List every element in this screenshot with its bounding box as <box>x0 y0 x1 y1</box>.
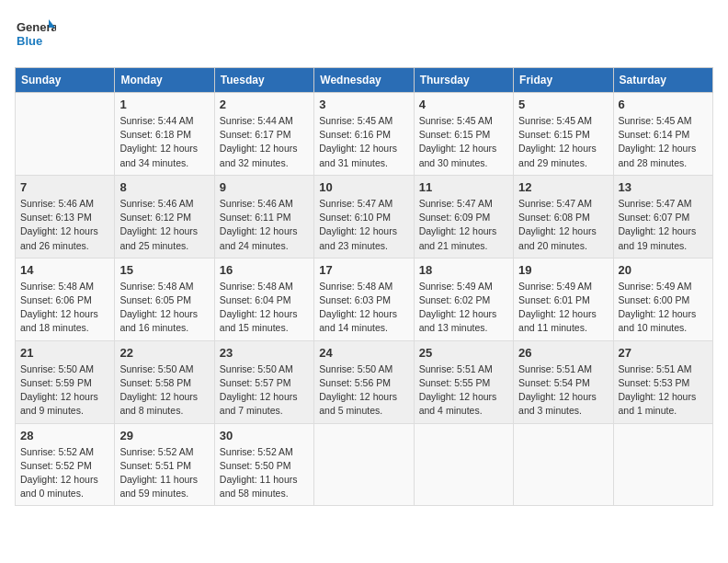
calendar-cell: 1Sunrise: 5:44 AM Sunset: 6:18 PM Daylig… <box>115 93 214 176</box>
calendar-cell: 11Sunrise: 5:47 AM Sunset: 6:09 PM Dayli… <box>414 175 513 258</box>
day-number: 25 <box>419 346 508 360</box>
calendar-cell: 4Sunrise: 5:45 AM Sunset: 6:15 PM Daylig… <box>414 93 513 176</box>
day-number: 5 <box>518 98 608 111</box>
calendar-cell: 25Sunrise: 5:51 AM Sunset: 5:55 PM Dayli… <box>414 340 513 423</box>
calendar-cell: 24Sunrise: 5:50 AM Sunset: 5:56 PM Dayli… <box>314 340 414 423</box>
day-info: Sunrise: 5:48 AM Sunset: 6:05 PM Dayligh… <box>119 280 209 336</box>
calendar-cell: 2Sunrise: 5:44 AM Sunset: 6:17 PM Daylig… <box>214 93 313 176</box>
calendar-cell: 19Sunrise: 5:49 AM Sunset: 6:01 PM Dayli… <box>514 258 613 340</box>
day-info: Sunrise: 5:48 AM Sunset: 6:03 PM Dayligh… <box>319 280 408 336</box>
day-info: Sunrise: 5:50 AM Sunset: 5:56 PM Dayligh… <box>319 362 408 419</box>
calendar-cell: 23Sunrise: 5:50 AM Sunset: 5:57 PM Dayli… <box>214 340 313 423</box>
day-number: 11 <box>419 180 508 194</box>
calendar-cell: 13Sunrise: 5:47 AM Sunset: 6:07 PM Dayli… <box>613 175 712 258</box>
day-info: Sunrise: 5:44 AM Sunset: 6:18 PM Dayligh… <box>119 114 209 170</box>
day-number: 23 <box>220 346 309 360</box>
day-number: 12 <box>518 180 608 194</box>
day-number: 17 <box>319 263 408 277</box>
weekday-header-friday: Friday <box>514 68 613 93</box>
day-info: Sunrise: 5:50 AM Sunset: 5:57 PM Dayligh… <box>220 362 309 419</box>
weekday-header-thursday: Thursday <box>414 68 513 93</box>
calendar-cell: 3Sunrise: 5:45 AM Sunset: 6:16 PM Daylig… <box>314 93 414 176</box>
header-row: SundayMondayTuesdayWednesdayThursdayFrid… <box>16 68 713 93</box>
calendar-cell: 28Sunrise: 5:52 AM Sunset: 5:52 PM Dayli… <box>16 423 115 506</box>
calendar-header: SundayMondayTuesdayWednesdayThursdayFrid… <box>16 68 713 93</box>
day-number: 21 <box>20 346 109 360</box>
calendar-cell <box>613 423 712 506</box>
calendar-cell <box>514 423 613 506</box>
day-info: Sunrise: 5:47 AM Sunset: 6:07 PM Dayligh… <box>619 197 708 253</box>
calendar-cell: 7Sunrise: 5:46 AM Sunset: 6:13 PM Daylig… <box>16 175 115 258</box>
day-number: 10 <box>319 180 408 194</box>
calendar-cell: 8Sunrise: 5:46 AM Sunset: 6:12 PM Daylig… <box>115 175 214 258</box>
day-info: Sunrise: 5:45 AM Sunset: 6:15 PM Dayligh… <box>518 114 608 170</box>
day-number: 15 <box>119 263 209 277</box>
calendar-cell: 26Sunrise: 5:51 AM Sunset: 5:54 PM Dayli… <box>514 340 613 423</box>
day-number: 14 <box>20 263 109 277</box>
calendar-cell: 30Sunrise: 5:52 AM Sunset: 5:50 PM Dayli… <box>214 423 313 506</box>
day-number: 28 <box>20 429 109 442</box>
day-info: Sunrise: 5:52 AM Sunset: 5:50 PM Dayligh… <box>220 445 309 501</box>
calendar-cell: 17Sunrise: 5:48 AM Sunset: 6:03 PM Dayli… <box>314 258 414 340</box>
calendar-cell: 12Sunrise: 5:47 AM Sunset: 6:08 PM Dayli… <box>514 175 613 258</box>
calendar-cell: 14Sunrise: 5:48 AM Sunset: 6:06 PM Dayli… <box>16 258 115 340</box>
weekday-header-wednesday: Wednesday <box>314 68 414 93</box>
day-number: 20 <box>619 263 708 277</box>
calendar-cell: 27Sunrise: 5:51 AM Sunset: 5:53 PM Dayli… <box>613 340 712 423</box>
day-info: Sunrise: 5:49 AM Sunset: 6:01 PM Dayligh… <box>518 280 608 336</box>
calendar-cell: 22Sunrise: 5:50 AM Sunset: 5:58 PM Dayli… <box>115 340 214 423</box>
weekday-header-saturday: Saturday <box>613 68 712 93</box>
day-info: Sunrise: 5:46 AM Sunset: 6:11 PM Dayligh… <box>220 197 309 253</box>
calendar-table: SundayMondayTuesdayWednesdayThursdayFrid… <box>15 67 713 506</box>
day-number: 13 <box>619 180 708 194</box>
calendar-cell <box>414 423 513 506</box>
weekday-header-sunday: Sunday <box>16 68 115 93</box>
day-info: Sunrise: 5:45 AM Sunset: 6:15 PM Dayligh… <box>419 114 508 170</box>
day-info: Sunrise: 5:45 AM Sunset: 6:16 PM Dayligh… <box>319 114 408 170</box>
calendar-week-4: 21Sunrise: 5:50 AM Sunset: 5:59 PM Dayli… <box>16 340 713 423</box>
calendar-cell: 6Sunrise: 5:45 AM Sunset: 6:14 PM Daylig… <box>613 93 712 176</box>
day-info: Sunrise: 5:50 AM Sunset: 5:58 PM Dayligh… <box>119 362 209 419</box>
day-info: Sunrise: 5:45 AM Sunset: 6:14 PM Dayligh… <box>619 114 708 170</box>
day-number: 3 <box>319 98 408 111</box>
day-number: 8 <box>119 180 209 194</box>
calendar-cell: 5Sunrise: 5:45 AM Sunset: 6:15 PM Daylig… <box>514 93 613 176</box>
svg-text:Blue: Blue <box>17 34 42 48</box>
day-info: Sunrise: 5:47 AM Sunset: 6:10 PM Dayligh… <box>319 197 408 253</box>
day-number: 27 <box>619 346 708 360</box>
day-info: Sunrise: 5:51 AM Sunset: 5:55 PM Dayligh… <box>419 362 508 419</box>
logo: General Blue <box>15 15 56 56</box>
calendar-cell: 20Sunrise: 5:49 AM Sunset: 6:00 PM Dayli… <box>613 258 712 340</box>
day-info: Sunrise: 5:49 AM Sunset: 6:02 PM Dayligh… <box>419 280 508 336</box>
day-number: 30 <box>220 429 309 442</box>
calendar-cell: 16Sunrise: 5:48 AM Sunset: 6:04 PM Dayli… <box>214 258 313 340</box>
day-info: Sunrise: 5:47 AM Sunset: 6:08 PM Dayligh… <box>518 197 608 253</box>
page-header: General Blue <box>15 15 713 56</box>
day-info: Sunrise: 5:46 AM Sunset: 6:13 PM Dayligh… <box>20 197 109 253</box>
calendar-week-1: 1Sunrise: 5:44 AM Sunset: 6:18 PM Daylig… <box>16 93 713 176</box>
day-number: 24 <box>319 346 408 360</box>
calendar-cell: 29Sunrise: 5:52 AM Sunset: 5:51 PM Dayli… <box>115 423 214 506</box>
calendar-cell: 18Sunrise: 5:49 AM Sunset: 6:02 PM Dayli… <box>414 258 513 340</box>
calendar-cell <box>16 93 115 176</box>
calendar-cell <box>314 423 414 506</box>
day-info: Sunrise: 5:51 AM Sunset: 5:54 PM Dayligh… <box>518 362 608 419</box>
day-info: Sunrise: 5:48 AM Sunset: 6:06 PM Dayligh… <box>20 280 109 336</box>
day-number: 7 <box>20 180 109 194</box>
day-number: 26 <box>518 346 608 360</box>
day-number: 2 <box>220 98 309 111</box>
day-number: 1 <box>119 98 209 111</box>
day-number: 19 <box>518 263 608 277</box>
weekday-header-tuesday: Tuesday <box>214 68 313 93</box>
day-number: 18 <box>419 263 508 277</box>
calendar-week-3: 14Sunrise: 5:48 AM Sunset: 6:06 PM Dayli… <box>16 258 713 340</box>
day-number: 29 <box>119 429 209 442</box>
day-info: Sunrise: 5:46 AM Sunset: 6:12 PM Dayligh… <box>119 197 209 253</box>
day-number: 9 <box>220 180 309 194</box>
day-info: Sunrise: 5:52 AM Sunset: 5:52 PM Dayligh… <box>20 445 109 501</box>
calendar-week-2: 7Sunrise: 5:46 AM Sunset: 6:13 PM Daylig… <box>16 175 713 258</box>
calendar-cell: 10Sunrise: 5:47 AM Sunset: 6:10 PM Dayli… <box>314 175 414 258</box>
day-number: 4 <box>419 98 508 111</box>
day-info: Sunrise: 5:52 AM Sunset: 5:51 PM Dayligh… <box>119 445 209 501</box>
calendar-cell: 9Sunrise: 5:46 AM Sunset: 6:11 PM Daylig… <box>214 175 313 258</box>
